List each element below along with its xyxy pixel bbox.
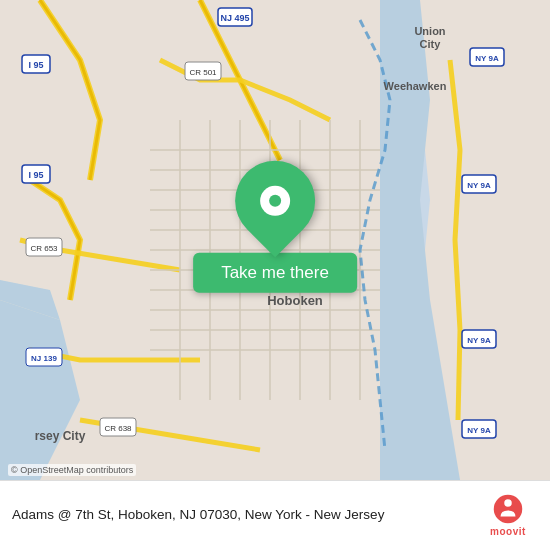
moovit-logo: moovit xyxy=(478,494,538,537)
svg-text:NJ 495: NJ 495 xyxy=(220,13,249,23)
take-me-there-button[interactable]: Take me there xyxy=(193,253,357,293)
svg-text:Hoboken: Hoboken xyxy=(267,293,323,308)
svg-text:Weehawken: Weehawken xyxy=(384,80,447,92)
svg-text:NY 9A: NY 9A xyxy=(467,181,491,190)
moovit-label: moovit xyxy=(490,526,526,537)
svg-text:rsey City: rsey City xyxy=(35,429,86,443)
svg-text:CR 501: CR 501 xyxy=(189,68,217,77)
moovit-icon xyxy=(493,494,523,524)
svg-text:CR 653: CR 653 xyxy=(30,244,58,253)
svg-text:NY 9A: NY 9A xyxy=(475,54,499,63)
svg-text:NY 9A: NY 9A xyxy=(467,426,491,435)
svg-point-51 xyxy=(494,495,523,524)
pin-dot xyxy=(269,195,281,207)
osm-attribution: © OpenStreetMap contributors xyxy=(8,464,136,476)
svg-text:Union: Union xyxy=(414,25,445,37)
map-view: I 95 I 95 NJ 495 CR 501 CR 653 NJ 139 CR… xyxy=(0,0,550,480)
address-text: Adams @ 7th St, Hoboken, NJ 07030, New Y… xyxy=(12,506,468,525)
svg-text:City: City xyxy=(420,38,442,50)
svg-text:NJ 139: NJ 139 xyxy=(31,354,57,363)
map-overlay: Take me there xyxy=(193,161,357,293)
svg-text:I 95: I 95 xyxy=(28,60,43,70)
svg-point-52 xyxy=(504,499,512,507)
map-pin xyxy=(218,144,331,257)
svg-text:I 95: I 95 xyxy=(28,170,43,180)
pin-inner xyxy=(260,186,290,216)
svg-text:NY 9A: NY 9A xyxy=(467,336,491,345)
info-bar: Adams @ 7th St, Hoboken, NJ 07030, New Y… xyxy=(0,480,550,550)
svg-text:CR 638: CR 638 xyxy=(104,424,132,433)
